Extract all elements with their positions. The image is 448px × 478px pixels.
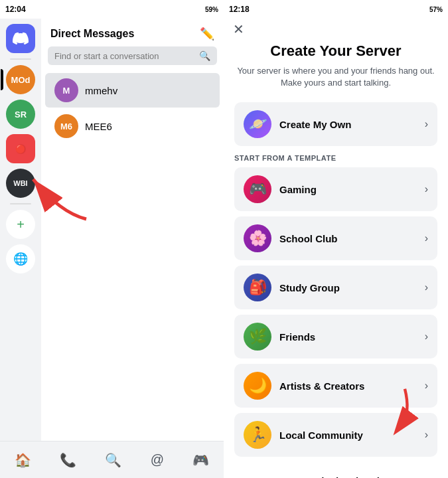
sidebar-divider-2 xyxy=(10,203,31,204)
sidebar-item-wbi[interactable]: WBI xyxy=(6,169,35,198)
avatar-mmehv-initial: M xyxy=(63,86,70,96)
local-community-chevron: › xyxy=(425,429,428,441)
study-group-icon: 🎒 xyxy=(244,274,271,301)
left-panel: 12:04 59% MOd SR 🔴 WBI xyxy=(0,0,224,478)
gaming-chevron: › xyxy=(425,183,428,195)
friends-label: Friends xyxy=(279,331,417,343)
right-panel: 12:18 57% ✕ Create Your Server Your serv… xyxy=(224,0,448,478)
dm-name-mee6: MEE6 xyxy=(85,121,112,132)
close-button[interactable]: ✕ xyxy=(233,21,244,37)
school-club-label: School Club xyxy=(279,233,417,244)
template-friends[interactable]: 🌿 Friends › xyxy=(234,315,437,358)
server-browser-icon: 🌐 xyxy=(13,252,28,266)
sidebar-mod-label: MOd xyxy=(11,75,31,85)
add-server-icon: + xyxy=(17,217,25,232)
status-icons-right: 57% xyxy=(429,6,443,13)
nav-home-icon: 🏠 xyxy=(15,452,31,468)
invite-section: Have an invite already? Join a friend on… xyxy=(234,462,437,478)
template-study-group[interactable]: 🎒 Study Group › xyxy=(234,266,437,309)
artists-creators-chevron: › xyxy=(425,380,428,392)
gaming-icon: 🎮 xyxy=(244,175,271,203)
nav-discover[interactable]: 🎮 xyxy=(185,449,217,471)
friends-chevron: › xyxy=(425,331,428,343)
time-left: 12:04 xyxy=(5,5,26,14)
search-icon: 🔍 xyxy=(199,50,210,61)
template-section-label: START FROM A TEMPLATE xyxy=(234,154,437,162)
dm-title: Direct Messages xyxy=(50,28,134,40)
battery-left: 59% xyxy=(205,6,218,13)
artists-creators-icon: 🌙 xyxy=(244,372,271,400)
local-community-icon: 🏃 xyxy=(244,421,271,449)
local-community-label: Local Community xyxy=(279,430,417,441)
nav-search-icon: 🔍 xyxy=(105,452,121,468)
dm-search-bar[interactable]: 🔍 xyxy=(48,46,217,65)
avatar-mee6-initial: M6 xyxy=(60,121,72,131)
dm-item-mmehv[interactable]: M mmehv xyxy=(45,73,220,108)
school-club-icon: 🌸 xyxy=(244,224,271,252)
nav-discover-icon: 🎮 xyxy=(192,452,209,468)
nav-mentions-icon: @ xyxy=(151,452,164,467)
dm-item-mee6[interactable]: M6 MEE6 xyxy=(45,109,220,143)
server-browser-button[interactable]: 🌐 xyxy=(6,244,35,274)
sidebar-item-mod[interactable]: MOd xyxy=(6,65,35,94)
nav-mentions[interactable]: @ xyxy=(143,449,172,470)
create-my-own-chevron: › xyxy=(425,118,428,130)
sidebar-item-sr[interactable]: SR xyxy=(6,100,35,129)
sidebar-divider xyxy=(10,58,31,60)
modal-title: Create Your Server xyxy=(234,42,437,60)
discord-home-icon[interactable] xyxy=(6,24,35,53)
gaming-label: Gaming xyxy=(279,184,417,195)
bottom-nav: 🏠 📞 🔍 @ 🎮 xyxy=(0,441,224,478)
nav-home[interactable]: 🏠 xyxy=(7,449,39,471)
left-content: MOd SR 🔴 WBI + 🌐 xyxy=(0,19,224,441)
sidebar-wbi-label: WBI xyxy=(13,179,27,187)
status-bar-right: 12:18 57% xyxy=(224,0,448,19)
sidebar-red-emoji: 🔴 xyxy=(15,144,26,154)
sidebar-sr-label: SR xyxy=(15,110,27,120)
template-artists-creators[interactable]: 🌙 Artists & Creators › xyxy=(234,364,437,408)
friends-icon: 🌿 xyxy=(244,323,271,351)
template-local-community[interactable]: 🏃 Local Community › xyxy=(234,413,437,457)
nav-calls-icon: 📞 xyxy=(60,452,76,468)
sidebar-item-red[interactable]: 🔴 xyxy=(6,134,35,163)
create-my-own-icon: 🪐 xyxy=(244,110,271,138)
dm-list: M mmehv M6 MEE6 xyxy=(41,72,224,441)
status-icons-left: 59% xyxy=(205,6,218,13)
modal-subtitle: Your server is where you and your friend… xyxy=(234,65,437,89)
status-bar-left: 12:04 59% xyxy=(0,0,224,19)
dm-header: Direct Messages ✏️ xyxy=(41,19,224,46)
invite-label: Have an invite already? xyxy=(234,475,437,478)
avatar-mmehv: M xyxy=(54,78,78,102)
add-server-button[interactable]: + xyxy=(6,210,35,239)
create-my-own-option[interactable]: 🪐 Create My Own › xyxy=(234,102,437,146)
study-group-chevron: › xyxy=(425,281,428,293)
template-school-club[interactable]: 🌸 School Club › xyxy=(234,216,437,260)
search-input[interactable] xyxy=(54,51,194,61)
study-group-label: Study Group xyxy=(279,282,417,293)
nav-search[interactable]: 🔍 xyxy=(97,449,129,471)
school-club-chevron: › xyxy=(425,232,428,244)
artists-creators-label: Artists & Creators xyxy=(279,380,417,392)
modal-content: Create Your Server Your server is where … xyxy=(224,19,448,478)
nav-calls[interactable]: 📞 xyxy=(52,449,84,471)
template-gaming[interactable]: 🎮 Gaming › xyxy=(234,167,437,211)
dm-name-mmehv: mmehv xyxy=(85,85,117,96)
battery-right: 57% xyxy=(429,6,443,13)
create-my-own-label: Create My Own xyxy=(279,119,417,130)
sidebar: MOd SR 🔴 WBI + 🌐 xyxy=(0,19,41,441)
avatar-mee6: M6 xyxy=(54,114,78,138)
time-right: 12:18 xyxy=(229,5,250,14)
dm-panel: Direct Messages ✏️ 🔍 M mmehv M6 xyxy=(41,19,224,441)
new-dm-icon[interactable]: ✏️ xyxy=(200,27,214,41)
